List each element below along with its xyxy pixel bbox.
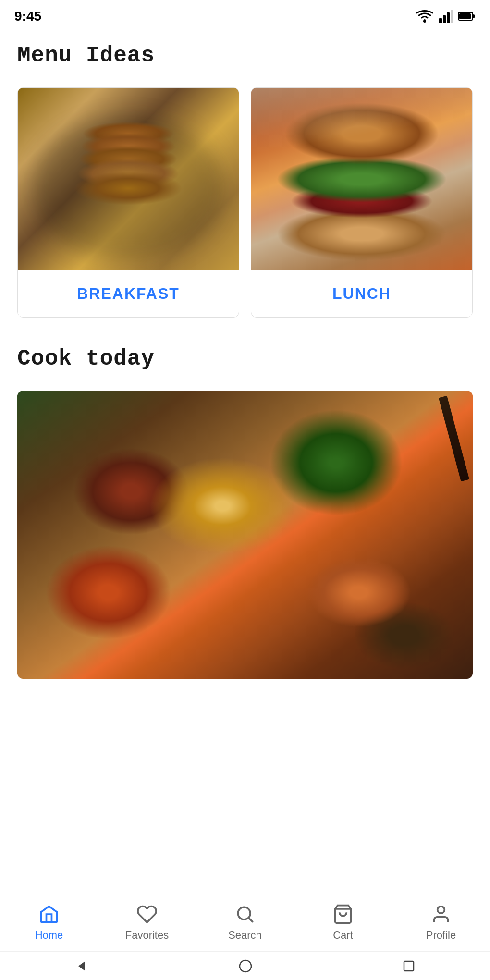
svg-rect-7 — [459, 13, 471, 19]
svg-point-10 — [438, 906, 445, 914]
cart-icon — [331, 902, 355, 926]
search-label: Search — [228, 929, 262, 942]
profile-label: Profile — [426, 929, 456, 942]
breakfast-image — [18, 88, 239, 270]
svg-rect-13 — [404, 961, 414, 971]
cart-label: Cart — [333, 929, 353, 942]
nav-cart[interactable]: Cart — [314, 902, 372, 942]
svg-point-8 — [238, 907, 250, 919]
cook-today-section: Cook today — [17, 346, 473, 679]
lunch-image — [251, 88, 472, 270]
main-content: Menu Ideas BREAKFAST LUNCH Cook today — [0, 29, 490, 794]
wifi-icon — [416, 10, 433, 23]
search-icon — [233, 902, 257, 926]
favorites-label: Favorites — [125, 929, 169, 942]
svg-rect-4 — [451, 10, 453, 23]
nav-profile[interactable]: Profile — [412, 902, 470, 942]
signal-icon — [439, 10, 453, 23]
nav-search[interactable]: Search — [216, 902, 274, 942]
nav-home[interactable]: Home — [20, 902, 78, 942]
breakfast-card[interactable]: BREAKFAST — [17, 87, 239, 318]
svg-point-0 — [423, 20, 426, 23]
menu-ideas-title: Menu Ideas — [17, 43, 473, 68]
android-nav-bar — [0, 951, 490, 980]
cook-today-title: Cook today — [17, 346, 473, 371]
bottom-nav: Home Favorites Search Cart — [0, 894, 490, 951]
breakfast-label: BREAKFAST — [18, 270, 239, 317]
status-time: 9:45 — [14, 9, 41, 24]
svg-rect-6 — [473, 14, 475, 18]
lunch-card[interactable]: LUNCH — [251, 87, 473, 318]
home-icon — [37, 902, 61, 926]
status-bar: 9:45 — [0, 0, 490, 29]
nav-favorites[interactable]: Favorites — [118, 902, 176, 942]
menu-cards-container: BREAKFAST LUNCH — [17, 87, 473, 318]
home-label: Home — [35, 929, 63, 942]
svg-rect-1 — [439, 18, 442, 23]
lunch-label: LUNCH — [251, 270, 472, 317]
home-button[interactable] — [238, 959, 253, 973]
battery-icon — [458, 12, 476, 21]
svg-rect-2 — [443, 15, 446, 23]
favorites-icon — [135, 902, 159, 926]
svg-rect-3 — [447, 12, 450, 23]
recents-button[interactable] — [402, 959, 416, 973]
svg-marker-11 — [78, 961, 85, 971]
cook-today-image[interactable] — [17, 391, 473, 679]
status-icons — [416, 10, 476, 23]
profile-icon — [429, 902, 453, 926]
svg-point-12 — [240, 960, 251, 972]
back-button[interactable] — [74, 959, 89, 973]
